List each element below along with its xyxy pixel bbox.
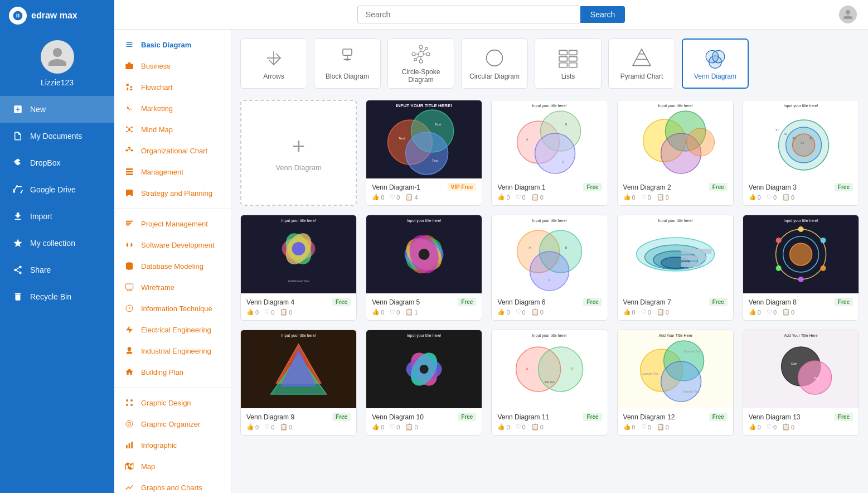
type-arrows[interactable]: Arrows: [240, 38, 307, 89]
header-user-icon[interactable]: [839, 6, 857, 23]
template-venn-6[interactable]: Input your title here! A B C Venn Diagra…: [491, 215, 608, 321]
template-venn-3-badge: Free: [835, 183, 853, 191]
category-graphic-design[interactable]: Graphic Design: [114, 392, 231, 413]
type-lists[interactable]: Lists: [535, 38, 602, 89]
template-venn-9[interactable]: Input your title here! Venn Diagram 9 Fr…: [240, 330, 357, 436]
nav-recycle-bin-label: Recycle Bin: [30, 292, 71, 301]
template-venn-2[interactable]: Input your title here! Venn Diagram 2 Fr…: [617, 100, 734, 206]
category-business[interactable]: Business: [114, 55, 231, 76]
category-org-chart-label: Organizational Chart: [141, 147, 207, 155]
search-button[interactable]: Search: [580, 6, 625, 23]
category-infographic[interactable]: Infographic: [114, 434, 231, 456]
nav-import[interactable]: Import: [0, 203, 114, 230]
flowchart-icon: [123, 81, 135, 93]
template-venn-7[interactable]: Input your title here! Venn Diagr: [617, 215, 734, 321]
dropbox-icon: [11, 156, 25, 170]
svg-rect-11: [125, 150, 128, 152]
category-building-plan[interactable]: Building Plan: [114, 361, 231, 383]
nav-new[interactable]: New: [0, 96, 114, 123]
type-pyramid-chart[interactable]: Pyramid Chart: [608, 38, 675, 89]
svg-point-1: [128, 128, 130, 130]
category-org-chart[interactable]: Organizational Chart: [114, 140, 231, 161]
svg-point-26: [126, 399, 128, 402]
category-map[interactable]: Map: [114, 456, 231, 477]
type-venn-diagram[interactable]: Venn Diagram: [682, 38, 749, 89]
category-graphic-design-label: Graphic Design: [141, 399, 191, 407]
type-arrows-label: Arrows: [263, 72, 284, 80]
template-venn-10[interactable]: Input your title here! Venn Diagr: [366, 330, 482, 436]
template-venn-1b-stats: 👍 0 ♡ 0 📋 0: [497, 194, 602, 201]
nav-recycle-bin[interactable]: Recycle Bin: [0, 283, 114, 310]
template-venn-13[interactable]: Add Your Title Here Dark Pink Venn Diagr…: [743, 330, 859, 436]
svg-point-132: [775, 238, 781, 243]
type-circle-spoke[interactable]: Circle-Spoke Diagram: [387, 38, 454, 89]
template-venn-1b[interactable]: Input your title here! A B C Venn Diagra…: [491, 100, 608, 206]
nav-share[interactable]: Share: [0, 257, 114, 283]
category-flowchart[interactable]: Flowchart: [114, 76, 231, 98]
my-collection-icon: [11, 236, 25, 250]
svg-point-84: [686, 128, 714, 156]
category-mind-map[interactable]: Mind Map: [114, 119, 231, 140]
svg-text:Input your title here!: Input your title here!: [407, 219, 442, 223]
category-marketing[interactable]: Marketing: [114, 98, 231, 119]
new-template-card[interactable]: + Venn Diagram: [240, 100, 357, 206]
sidebar: edraw max Lizzie123 New My Documents Dro…: [0, 0, 114, 493]
template-venn-8[interactable]: Input your title here!: [743, 215, 859, 321]
template-venn-4[interactable]: Input your title here! Additional Text V…: [240, 215, 357, 321]
category-strategy[interactable]: Strategy and Planning: [114, 182, 231, 204]
svg-text:Input your title here!: Input your title here!: [532, 104, 567, 108]
svg-point-2: [126, 127, 128, 128]
svg-rect-0: [125, 64, 133, 69]
category-project-mgmt[interactable]: Project Management: [114, 213, 231, 234]
nav-google-drive[interactable]: Google Drive: [0, 176, 114, 203]
header: Search: [114, 0, 868, 30]
svg-point-51: [414, 59, 417, 61]
category-database[interactable]: Database Modeling: [114, 255, 231, 277]
category-electrical[interactable]: Electrical Engineering: [114, 319, 231, 340]
template-venn-1[interactable]: INPUT YOUR TITLE HERE! Text Text Text Ve…: [366, 100, 482, 206]
category-software-dev-label: Software Development: [141, 241, 215, 249]
category-info-technique[interactable]: Information Technique: [114, 298, 231, 319]
svg-text:Example Text: Example Text: [641, 372, 658, 375]
template-venn-3-name: Venn Diagram 3: [749, 183, 797, 191]
category-graphs-charts-label: Graphs and Charts: [141, 484, 202, 492]
template-venn-12[interactable]: Add Your Title Here Example Text Example…: [617, 330, 734, 436]
template-venn-5[interactable]: Input your title here! Venn Diagram 5: [366, 215, 482, 321]
svg-point-107: [419, 249, 430, 260]
svg-text:Text: Text: [432, 159, 438, 162]
electrical-icon: [123, 323, 135, 336]
strategy-icon: [123, 187, 135, 199]
nav-my-documents[interactable]: My Documents: [0, 123, 114, 149]
svg-marker-60: [633, 49, 651, 66]
main-content: Search Basic Diagram Business: [114, 0, 868, 493]
import-icon: [11, 210, 25, 223]
svg-point-5: [131, 131, 133, 133]
svg-text:C: C: [549, 278, 551, 282]
user-section: Lizzie123: [0, 31, 114, 96]
svg-rect-10: [128, 147, 130, 148]
software-dev-icon: [123, 239, 135, 251]
category-electrical-label: Electrical Engineering: [141, 326, 211, 334]
category-building-plan-label: Building Plan: [141, 368, 183, 376]
category-graphic-organizer[interactable]: Graphic Organizer: [114, 413, 231, 434]
app-logo[interactable]: edraw max: [0, 0, 114, 31]
svg-rect-58: [559, 63, 567, 67]
type-circular-diagram[interactable]: Circular Diagram: [461, 38, 528, 89]
svg-rect-18: [126, 223, 131, 224]
category-management[interactable]: Management: [114, 161, 231, 182]
type-block-diagram[interactable]: Block Diagram: [314, 38, 381, 89]
svg-text:Example Text: Example Text: [683, 350, 701, 353]
template-venn-11[interactable]: Input your title here! A B Add text Venn…: [491, 330, 608, 436]
category-software-dev[interactable]: Software Development: [114, 234, 231, 255]
category-industrial[interactable]: Industrial Engineering: [114, 340, 231, 361]
new-card-plus-icon: +: [292, 134, 305, 159]
building-plan-icon: [123, 366, 135, 378]
svg-rect-122: [681, 262, 700, 267]
template-venn-3[interactable]: Input your title here! 01 02 03 04 05: [743, 100, 859, 206]
category-graphs-charts[interactable]: Graphs and Charts: [114, 477, 231, 493]
category-basic-diagram[interactable]: Basic Diagram: [114, 34, 231, 55]
nav-dropbox[interactable]: DropBox: [0, 149, 114, 176]
search-input[interactable]: [357, 6, 580, 23]
nav-my-collection[interactable]: My collection: [0, 230, 114, 257]
category-wireframe[interactable]: Wireframe: [114, 277, 231, 298]
